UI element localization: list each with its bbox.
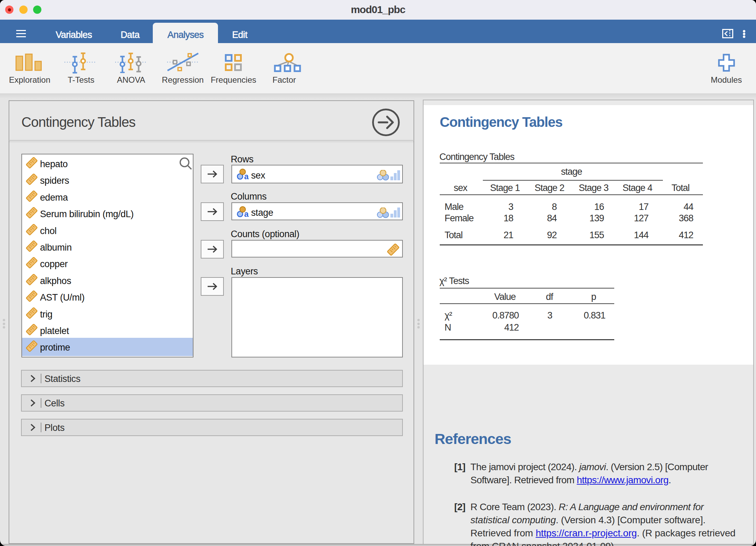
svg-text:a: a bbox=[244, 172, 249, 181]
svg-text:a: a bbox=[244, 210, 249, 219]
